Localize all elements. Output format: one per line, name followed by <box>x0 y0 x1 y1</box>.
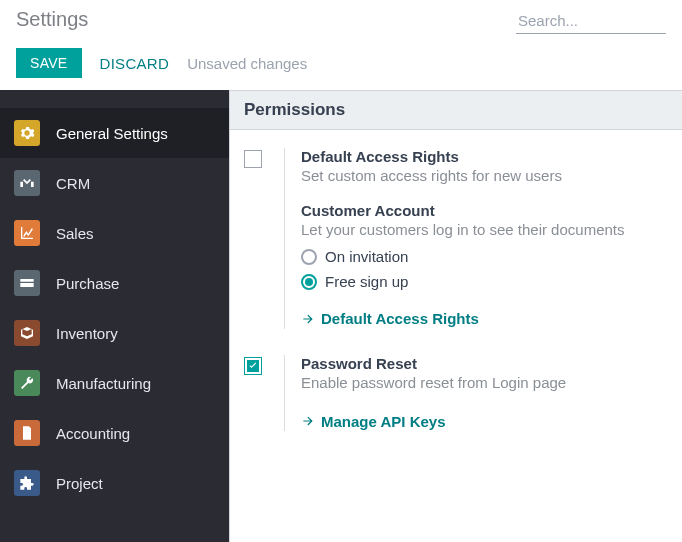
sidebar-item-general-settings[interactable]: General Settings <box>0 108 229 158</box>
setting-title: Default Access Rights <box>301 148 668 165</box>
setting-title: Password Reset <box>301 355 668 372</box>
section-header-permissions: Permissions <box>230 90 682 130</box>
wrench-icon <box>14 370 40 396</box>
header: Settings SAVE DISCARD Unsaved changes <box>0 0 682 78</box>
radio-on-invitation[interactable]: On invitation <box>301 248 668 265</box>
radio-icon <box>301 274 317 290</box>
sidebar-item-label: CRM <box>56 175 90 192</box>
arrow-right-icon <box>301 414 315 428</box>
sidebar-item-project[interactable]: Project <box>0 458 229 508</box>
setting-title: Customer Account <box>301 202 668 219</box>
default-access-checkbox[interactable] <box>244 150 262 168</box>
setting-body: Default Access Rights Set custom access … <box>284 148 668 329</box>
setting-desc: Let your customers log in to see their d… <box>301 221 668 238</box>
card-icon <box>14 270 40 296</box>
sidebar-item-crm[interactable]: CRM <box>0 158 229 208</box>
document-icon <box>14 420 40 446</box>
sidebar-item-label: Manufacturing <box>56 375 151 392</box>
radio-icon <box>301 249 317 265</box>
link-label: Default Access Rights <box>321 310 479 327</box>
password-reset-checkbox[interactable] <box>244 357 262 375</box>
sidebar-item-label: Accounting <box>56 425 130 442</box>
setting-default-access: Default Access Rights Set custom access … <box>230 130 682 337</box>
arrow-right-icon <box>301 312 315 326</box>
box-icon <box>14 320 40 346</box>
sidebar-item-label: General Settings <box>56 125 168 142</box>
handshake-icon <box>14 170 40 196</box>
sidebar-item-inventory[interactable]: Inventory <box>0 308 229 358</box>
puzzle-icon <box>14 470 40 496</box>
checkbox-col <box>244 148 266 329</box>
radio-label: Free sign up <box>325 273 408 290</box>
radio-free-sign-up[interactable]: Free sign up <box>301 273 668 290</box>
sidebar: General Settings CRM Sales Purchase Inve… <box>0 90 229 542</box>
search-input[interactable] <box>516 8 666 34</box>
body: General Settings CRM Sales Purchase Inve… <box>0 90 682 542</box>
page-title: Settings <box>16 8 88 31</box>
checkbox-col <box>244 355 266 432</box>
content: Permissions Default Access Rights Set cu… <box>229 90 682 542</box>
sidebar-item-label: Sales <box>56 225 94 242</box>
setting-desc: Set custom access rights for new users <box>301 167 668 184</box>
radio-label: On invitation <box>325 248 408 265</box>
sidebar-item-purchase[interactable]: Purchase <box>0 258 229 308</box>
sidebar-item-label: Inventory <box>56 325 118 342</box>
sidebar-item-manufacturing[interactable]: Manufacturing <box>0 358 229 408</box>
discard-button[interactable]: DISCARD <box>100 55 170 72</box>
sidebar-item-sales[interactable]: Sales <box>0 208 229 258</box>
setting-password-reset: Password Reset Enable password reset fro… <box>230 337 682 440</box>
unsaved-status: Unsaved changes <box>187 55 307 72</box>
link-manage-api-keys[interactable]: Manage API Keys <box>301 413 446 430</box>
save-button[interactable]: SAVE <box>16 48 82 78</box>
gear-icon <box>14 120 40 146</box>
setting-customer-account: Customer Account Let your customers log … <box>301 202 668 329</box>
link-default-access-rights[interactable]: Default Access Rights <box>301 310 479 327</box>
toolbar: SAVE DISCARD Unsaved changes <box>16 48 666 78</box>
header-top: Settings <box>16 8 666 34</box>
sidebar-item-accounting[interactable]: Accounting <box>0 408 229 458</box>
setting-body: Password Reset Enable password reset fro… <box>284 355 668 432</box>
sidebar-item-label: Purchase <box>56 275 119 292</box>
setting-desc: Enable password reset from Login page <box>301 374 668 391</box>
sidebar-item-label: Project <box>56 475 103 492</box>
chart-icon <box>14 220 40 246</box>
link-label: Manage API Keys <box>321 413 446 430</box>
